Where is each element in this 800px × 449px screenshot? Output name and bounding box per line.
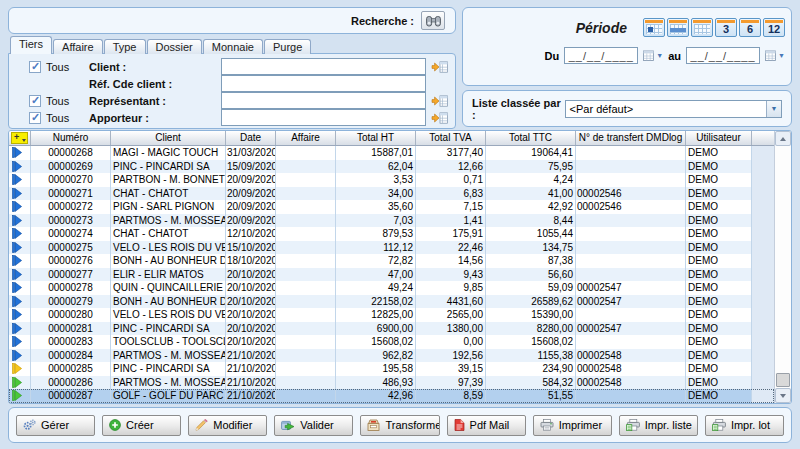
cell-client: VELO - LES ROIS DU VELO bbox=[111, 241, 226, 255]
column-header-num-ro[interactable]: Numéro bbox=[31, 131, 111, 145]
tab-dossier[interactable]: Dossier bbox=[147, 39, 202, 54]
periode-preset-quarter[interactable]: 3 bbox=[715, 18, 737, 37]
table-row[interactable]: 00000277ELIR - ELIR MATOS20/10/202047,00… bbox=[9, 268, 774, 282]
date-to-calendar-button[interactable]: ▼ bbox=[765, 50, 785, 61]
table-row[interactable]: 00000269PINC - PINCARDI SA15/09/202062,0… bbox=[9, 160, 774, 174]
cell-total_ttc: 19064,41 bbox=[486, 146, 576, 160]
column-header-date[interactable]: Date bbox=[226, 131, 276, 145]
filter-input[interactable] bbox=[221, 109, 426, 126]
cell-total_ttc: 15390,00 bbox=[486, 308, 576, 322]
sort-select-value: <Par défaut> bbox=[570, 103, 634, 115]
date-to-input[interactable]: __/__/____ bbox=[686, 47, 760, 64]
table-row[interactable]: 00000285PINC - PINCARDI SA21/10/2020195,… bbox=[9, 362, 774, 376]
column-header-total-ttc[interactable]: Total TTC bbox=[486, 131, 576, 145]
tab-purge[interactable]: Purge bbox=[264, 39, 311, 54]
table-row[interactable]: 00000284PARTMOS - M. MOSSEAU E21/10/2020… bbox=[9, 349, 774, 363]
cell-total_ttc: 584,32 bbox=[486, 376, 576, 390]
document-status-flag-icon bbox=[9, 241, 31, 255]
table-row[interactable]: 00000271CHAT - CHATOT20/09/202034,006,83… bbox=[9, 187, 774, 201]
select-from-list-button[interactable] bbox=[431, 112, 449, 124]
document-status-flag-icon bbox=[9, 376, 31, 390]
table-row[interactable]: 00000283TOOLSCLUB - TOOLSCLUB20/10/20201… bbox=[9, 335, 774, 349]
periode-preset-month[interactable] bbox=[691, 18, 713, 37]
cell-affaire bbox=[276, 349, 336, 363]
plus-icon bbox=[109, 419, 121, 431]
cell-date: 18/10/2020 bbox=[226, 254, 276, 268]
cell-affaire bbox=[276, 160, 336, 174]
tab-affaire[interactable]: Affaire bbox=[53, 39, 103, 54]
tous-checkbox[interactable] bbox=[29, 61, 41, 73]
date-from-input[interactable]: __/__/____ bbox=[564, 47, 638, 64]
periode-preset-semester[interactable]: 6 bbox=[739, 18, 761, 37]
table-row[interactable]: 00000270PARTBON - M. BONNET20/09/20203,5… bbox=[9, 173, 774, 187]
table-row[interactable]: 00000280VELO - LES ROIS DU VELO20/10/202… bbox=[9, 308, 774, 322]
cell-total_tva: 0,71 bbox=[416, 173, 486, 187]
select-from-list-button[interactable] bbox=[431, 95, 449, 107]
periode-preset-day[interactable] bbox=[643, 18, 665, 37]
filter-input[interactable] bbox=[221, 58, 426, 75]
imprimer-button[interactable]: Imprimer bbox=[533, 415, 612, 436]
cell-utilisateur: DEMO bbox=[686, 322, 752, 336]
table-row[interactable]: 00000273PARTMOS - M. MOSSEAU E20/09/2020… bbox=[9, 214, 774, 228]
gérer-button[interactable]: Gérer bbox=[16, 415, 95, 436]
table-row[interactable]: 00000268MAGI - MAGIC TOUCH31/03/20201588… bbox=[9, 146, 774, 160]
add-column-button[interactable]: + bbox=[11, 132, 28, 144]
sort-select[interactable]: <Par défaut> ▼ bbox=[565, 100, 782, 118]
scroll-up-button[interactable] bbox=[775, 131, 791, 146]
cell-client: PIGN - SARL PIGNON bbox=[111, 200, 226, 214]
table-row[interactable]: 00000286PARTMOS - M. MOSSEAU E21/10/2020… bbox=[9, 376, 774, 390]
valider-button[interactable]: Valider bbox=[274, 415, 353, 436]
scroll-down-button[interactable] bbox=[775, 388, 791, 403]
cell-total_tva: 175,91 bbox=[416, 227, 486, 241]
impr-lot-button[interactable]: Impr. lot bbox=[705, 415, 784, 436]
table-row[interactable]: 00000278QUIN - QUINCAILLERIE PL20/10/202… bbox=[9, 281, 774, 295]
select-from-list-button[interactable] bbox=[431, 61, 449, 73]
cell-numero: 00000271 bbox=[31, 187, 111, 201]
transformer-button[interactable]: Transformer bbox=[360, 415, 439, 436]
cell-total_ht: 62,04 bbox=[336, 160, 416, 174]
table-row[interactable]: 00000279BONH - AU BONHEUR DU J20/10/2020… bbox=[9, 295, 774, 309]
tab-type[interactable]: Type bbox=[104, 39, 146, 54]
table-row[interactable]: 00000276BONH - AU BONHEUR DU J18/10/2020… bbox=[9, 254, 774, 268]
cell-numero: 00000272 bbox=[31, 200, 111, 214]
document-status-flag-icon bbox=[9, 349, 31, 363]
cell-affaire bbox=[276, 295, 336, 309]
column-header-client[interactable]: Client bbox=[111, 131, 226, 145]
cell-client: TOOLSCLUB - TOOLSCLUB bbox=[111, 335, 226, 349]
scroll-track[interactable] bbox=[775, 146, 791, 388]
vertical-scrollbar[interactable] bbox=[774, 131, 791, 403]
column-header-affaire[interactable]: Affaire bbox=[276, 131, 336, 145]
date-from-calendar-button[interactable]: ▼ bbox=[643, 50, 663, 61]
table-row[interactable]: 00000275VELO - LES ROIS DU VELO15/10/202… bbox=[9, 241, 774, 255]
table-row[interactable]: 00000272PIGN - SARL PIGNON20/09/202035,6… bbox=[9, 200, 774, 214]
column-header-total-tva[interactable]: Total TVA bbox=[416, 131, 486, 145]
pdf-mail-button[interactable]: Pdf Mail bbox=[447, 415, 526, 436]
impr-liste-button[interactable]: Impr. liste bbox=[619, 415, 698, 436]
column-header-utilisateur[interactable]: Utilisateur bbox=[686, 131, 752, 145]
periode-preset-week[interactable] bbox=[667, 18, 689, 37]
row-filler bbox=[752, 268, 774, 282]
créer-button[interactable]: Créer bbox=[102, 415, 181, 436]
modifier-button[interactable]: Modifier bbox=[188, 415, 267, 436]
column-header-total-ht[interactable]: Total HT bbox=[336, 131, 416, 145]
row-filler bbox=[752, 200, 774, 214]
printer-icon bbox=[540, 419, 554, 431]
filter-input[interactable] bbox=[221, 92, 426, 109]
cell-client: VELO - LES ROIS DU VELO bbox=[111, 308, 226, 322]
cell-affaire bbox=[276, 268, 336, 282]
tab-monnaie[interactable]: Monnaie bbox=[203, 39, 263, 54]
filter-input[interactable] bbox=[221, 75, 426, 92]
tab-tiers[interactable]: Tiers bbox=[10, 36, 52, 54]
tous-checkbox[interactable] bbox=[29, 95, 41, 107]
table-row[interactable]: 00000281PINC - PINCARDI SA20/10/20206900… bbox=[9, 322, 774, 336]
pdf-icon bbox=[454, 419, 465, 431]
cell-numero: 00000269 bbox=[31, 160, 111, 174]
periode-preset-year[interactable]: 12 bbox=[763, 18, 785, 37]
search-button[interactable] bbox=[421, 11, 445, 30]
table-row[interactable]: 00000287GOLF - GOLF DU PARC21/10/202042,… bbox=[9, 389, 774, 403]
table-row[interactable]: 00000274CHAT - CHATOT12/10/2020879,53175… bbox=[9, 227, 774, 241]
scroll-thumb[interactable] bbox=[776, 373, 790, 387]
tous-checkbox[interactable] bbox=[29, 112, 41, 124]
cell-transfert: 00002548 bbox=[576, 362, 686, 376]
column-header-n-de-transfert-dmdlog[interactable]: N° de transfert DMDlog bbox=[576, 131, 686, 145]
